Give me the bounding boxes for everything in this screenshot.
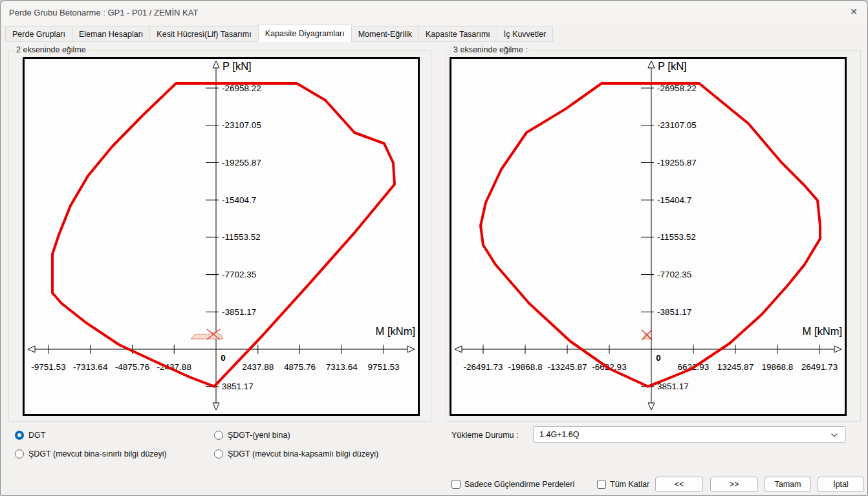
dialog-window: Perde Grubu Betonarme : GP1 - P01 / ZEMİ… (0, 0, 868, 496)
arrow-left-icon (28, 346, 35, 352)
x-tick-label: 2437.88 (242, 362, 274, 372)
tab-kesit-hücresi-lif-tasarımı[interactable]: Kesit Hücresi(Lif) Tasarımı (149, 27, 258, 42)
window-title: Perde Grubu Betonarme : GP1 - P01 / ZEMİ… (9, 8, 198, 17)
y-tick-label: -15404.7 (657, 195, 691, 205)
cancel-button[interactable]: İptal (818, 477, 864, 492)
x-tick-label-origin: 0 (656, 353, 661, 363)
x-tick-label: -13245.87 (548, 362, 587, 372)
group-3axis-title: 3 ekseninde eğilme : (451, 45, 530, 54)
x-tick-label: -7313.64 (73, 362, 108, 372)
close-button[interactable]: ✕ (846, 4, 862, 19)
x-tick-label: -6622.93 (592, 362, 626, 372)
y-tick-label: -15404.7 (222, 195, 256, 205)
chevron-down-icon (830, 433, 838, 438)
radio-indicator (15, 431, 24, 440)
title-bar: Perde Grubu Betonarme : GP1 - P01 / ZEMİ… (1, 1, 867, 25)
x-tick-label: 9751.53 (368, 362, 400, 372)
group-2axis-bending: 2 ekseninde eğilme -9751.53-7313.64-4875… (8, 50, 431, 422)
y-tick-label: -23107.05 (222, 120, 261, 130)
tab-i-ç-kuvvetler[interactable]: İç Kuvvetler (497, 27, 553, 42)
x-tick-label: 26491.73 (801, 362, 838, 372)
radio-indicator (214, 431, 223, 440)
chart-canvas: -26491.73-19868.8-13245.87-6622.9306622.… (451, 59, 845, 414)
arrow-up-icon (213, 61, 219, 68)
x-tick-label: -26491.73 (464, 362, 503, 372)
checkbox-indicator (451, 480, 461, 489)
chart-canvas: -9751.53-7313.64-4875.76-2437.8802437.88… (25, 59, 418, 414)
radio-option-şdgt-mevcut-bina-kapsamlı-bilgi-düzeyi[interactable]: ŞDGT (mevcut bina-kapsamlı bilgi düzeyi) (214, 449, 428, 459)
checkbox-indicator (597, 480, 606, 489)
capacity-envelope-curve (481, 83, 820, 387)
x-tick-label: 7313.64 (326, 362, 358, 372)
arrow-down-icon (213, 403, 219, 410)
ok-button[interactable]: Tamam (765, 477, 811, 492)
y-tick-label-tension: 3851.17 (222, 382, 254, 391)
arrow-right-icon (834, 346, 841, 352)
x-tick-label: 4875.76 (284, 362, 316, 372)
y-axis-title: P [kN] (222, 60, 252, 72)
y-tick-label: -19255.87 (222, 158, 261, 167)
group-3axis-bending: 3 ekseninde eğilme : -26491.73-19868.8-1… (446, 50, 861, 422)
y-tick-label: -11553.52 (657, 232, 696, 242)
x-tick-label: -4875.76 (115, 362, 149, 372)
capacity-chart-2axis: -9751.53-7313.64-4875.76-2437.8802437.88… (23, 57, 420, 416)
y-tick-label: -11553.52 (222, 232, 261, 242)
y-tick-label: -7702.35 (657, 270, 691, 279)
checkbox-label: Sadece Güçlendirme Perdeleri (464, 480, 574, 489)
y-tick-label: -7702.35 (222, 270, 256, 279)
checkbox-sadece-güçlendirme-perdeleri[interactable]: Sadece Güçlendirme Perdeleri (451, 479, 574, 490)
arrow-left-icon (455, 346, 462, 352)
x-tick-label-origin: 0 (221, 353, 226, 363)
x-tick-label: -19868.8 (508, 362, 542, 372)
y-axis-title: P [kN] (658, 60, 687, 72)
radio-label: DGT (28, 431, 45, 440)
tab-eleman-hesapları[interactable]: Eleman Hesapları (72, 27, 150, 42)
design-method-options: DGTŞDGT-(yeni bina)ŞDGT (mevcut bina-sın… (15, 430, 429, 459)
tab-bar: Perde GruplarıEleman HesaplarıKesit Hücr… (6, 25, 553, 42)
y-tick-label-tension: 3851.17 (657, 382, 689, 391)
radio-label: ŞDGT (mevcut bina-sınırlı bilgi düzeyi) (28, 449, 167, 458)
radio-option-dgt[interactable]: DGT (15, 430, 214, 440)
arrow-down-icon (648, 403, 655, 410)
x-tick-label: 13245.87 (717, 362, 754, 372)
x-axis-title: M [kNm] (376, 325, 415, 337)
prev-button[interactable]: << (655, 477, 703, 492)
y-tick-label: -3851.17 (222, 307, 256, 317)
radio-indicator (15, 449, 24, 458)
radio-indicator (214, 449, 223, 458)
y-tick-label: -23107.05 (657, 120, 697, 130)
group-2axis-title: 2 ekseninde eğilme (14, 45, 89, 54)
load-case-value: 1.4G+1.6Q (539, 430, 580, 439)
radio-option-şdgt-mevcut-bina-sınırlı-bilgi-düzeyi[interactable]: ŞDGT (mevcut bina-sınırlı bilgi düzeyi) (15, 449, 214, 459)
load-case-select[interactable]: 1.4G+1.6Q (533, 426, 846, 443)
x-tick-label: 19868.8 (762, 362, 794, 372)
y-tick-label: -19255.87 (657, 158, 697, 167)
checkbox-label: Tüm Katlar (610, 480, 649, 489)
checkbox-tüm-katlar[interactable]: Tüm Katlar (597, 479, 649, 490)
next-button[interactable]: >> (710, 477, 758, 492)
radio-option-şdgt-yeni-bina[interactable]: ŞDGT-(yeni bina) (214, 430, 428, 440)
capacity-chart-3axis: -26491.73-19868.8-13245.87-6622.9306622.… (450, 57, 847, 416)
tab-moment-eğrilik[interactable]: Moment-Eğrilik (351, 27, 419, 42)
load-case-label: Yükleme Durumu : (451, 431, 519, 440)
tab-kapasite-tasarımı[interactable]: Kapasite Tasarımı (418, 27, 497, 42)
arrow-right-icon (407, 346, 415, 352)
y-tick-label: -3851.17 (657, 307, 691, 317)
radio-label: ŞDGT (mevcut bina-kapsamlı bilgi düzeyi) (228, 449, 378, 458)
radio-label: ŞDGT-(yeni bina) (228, 431, 290, 440)
close-icon: ✕ (850, 6, 858, 17)
arrow-up-icon (648, 61, 655, 68)
x-tick-label: -9751.53 (31, 362, 65, 372)
tab-kapasite-diyagramları[interactable]: Kapasite Diyagramları (258, 25, 352, 42)
x-axis-title: M [kNm] (803, 325, 842, 337)
tab-perde-grupları[interactable]: Perde Grupları (5, 27, 72, 42)
